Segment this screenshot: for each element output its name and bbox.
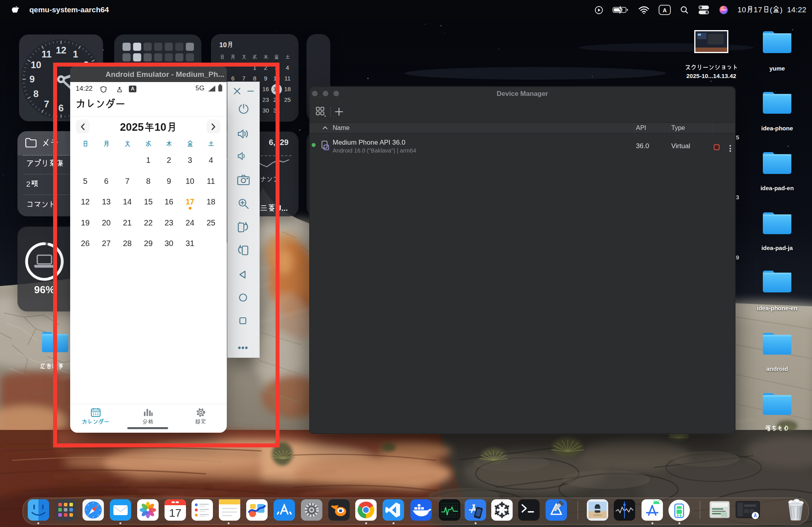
svg-text:10: 10 xyxy=(31,59,41,70)
svg-text:A: A xyxy=(663,7,666,13)
svg-text:11: 11 xyxy=(42,49,52,59)
svg-text:12: 12 xyxy=(56,45,67,55)
svg-text:8: 8 xyxy=(33,88,38,99)
svg-text:96%: 96% xyxy=(34,284,55,296)
svg-text:7: 7 xyxy=(44,99,49,109)
svg-text:1: 1 xyxy=(73,49,78,59)
svg-text:9: 9 xyxy=(29,74,34,84)
